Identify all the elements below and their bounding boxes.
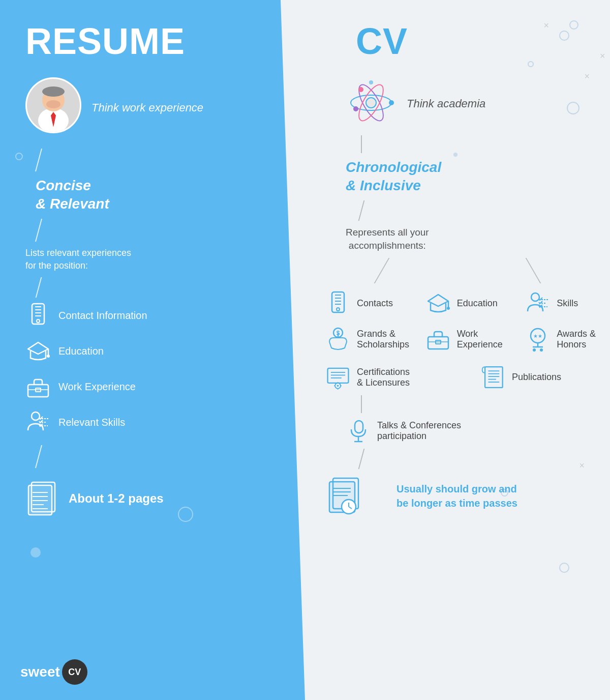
brand: sweet CV (20, 659, 87, 685)
svg-point-69 (337, 385, 339, 387)
cv-work-item: WorkExperience (425, 327, 521, 352)
cv-cert-icon (325, 365, 351, 390)
cv-money-icon: $ (325, 327, 351, 352)
svg-rect-64 (328, 368, 349, 383)
svg-point-37 (353, 106, 358, 111)
cv-think-row: Think academia (346, 77, 485, 130)
skills-icon-left (25, 410, 51, 435)
cv-award-icon: ★★ (525, 327, 551, 352)
cv-contacts-label: Contacts (357, 298, 393, 309)
svg-point-13 (37, 319, 40, 323)
represents-text: Represents all youraccomplishments: (346, 226, 429, 253)
cv-education-label: Education (457, 298, 498, 309)
brand-cv-badge: CV (62, 659, 87, 685)
about-pages-label: About 1-2 pages (69, 491, 164, 506)
cv-contacts-item: Contacts (325, 291, 420, 316)
about-pages: About 1-2 pages (25, 478, 164, 519)
svg-point-6 (42, 86, 65, 97)
cv-grants-item: $ Grands &Scholarships (325, 327, 420, 352)
svg-point-44 (337, 308, 340, 311)
pages-icon (25, 478, 61, 519)
contact-item: Contact Information (25, 303, 147, 328)
svg-point-48 (531, 293, 539, 301)
cv-publications-icon (480, 365, 506, 390)
cv-publications-item: Publications (480, 365, 610, 390)
cv-connector-1 (361, 135, 362, 153)
cv-grants-label: Grands &Scholarships (357, 329, 409, 350)
deco-x1: × (543, 20, 549, 31)
cv-awards-label: Awards &Honors (557, 329, 596, 350)
connector-2 (35, 219, 42, 242)
skills-item: Relevant Skills (25, 410, 125, 435)
education-item: Education (25, 338, 104, 364)
think-row: Think work experience (25, 77, 203, 138)
left-panel: RESUME Think wor (0, 0, 305, 700)
svg-point-20 (32, 412, 40, 420)
avatar (25, 77, 81, 133)
concise-relevant-label: Concise& Relevant (36, 177, 109, 214)
phone-icon (25, 303, 51, 328)
cv-graduation-icon (425, 291, 451, 316)
cv-grow-text: Usually should grow andbe longer as time… (396, 482, 517, 510)
cv-cert-item: Certifications& Licensures (325, 365, 465, 390)
right-panel: × × × × CV Think academia Chronologica (274, 0, 610, 700)
svg-rect-17 (28, 385, 48, 397)
cv-connector-2 (358, 200, 365, 221)
cv-grow-icon (325, 474, 366, 522)
atom-icon (346, 77, 396, 130)
resume-title: RESUME (25, 20, 185, 62)
branch-right (526, 258, 541, 283)
cv-talks-row: Talks & Conferencesparticipation (346, 418, 461, 444)
connector-4 (35, 445, 42, 468)
svg-text:★★: ★★ (533, 333, 542, 339)
brand-sweet: sweet (20, 664, 60, 680)
cv-briefcase-icon (425, 327, 451, 352)
contact-label: Contact Information (58, 310, 147, 322)
cv-items-row1: Contacts Education (325, 291, 610, 352)
cv-talks-label: Talks & Conferencesparticipation (377, 420, 461, 442)
cv-awards-item: ★★ Awards &Honors (525, 327, 610, 352)
cv-grow-row: Usually should grow andbe longer as time… (325, 474, 517, 522)
cv-think-text: Think academia (407, 97, 485, 111)
education-label-left: Education (58, 345, 104, 357)
branch-left (374, 258, 390, 283)
connector-1 (35, 149, 42, 171)
cv-cert-label: Certifications& Licensures (357, 367, 410, 388)
work-experience-item: Work Experience (25, 374, 136, 399)
cv-skills-item: Skills (525, 291, 610, 316)
cv-skills-label: Skills (557, 298, 578, 309)
work-experience-label-left: Work Experience (58, 381, 136, 393)
deco-x3: × (600, 51, 605, 62)
cv-connector-4 (358, 449, 365, 469)
cv-work-label: WorkExperience (457, 329, 503, 350)
cv-items-row3: Certifications& Licensures Publications (325, 365, 610, 390)
cv-microphone-icon (346, 418, 371, 444)
graduation-icon-left (25, 338, 51, 364)
connector-3 (36, 277, 42, 298)
svg-point-7 (46, 100, 60, 108)
svg-point-16 (47, 355, 50, 358)
svg-point-36 (358, 87, 363, 92)
svg-point-38 (369, 80, 373, 84)
cv-connector-3 (361, 395, 362, 413)
skills-label-left: Relevant Skills (58, 417, 125, 428)
svg-point-35 (389, 100, 394, 105)
cv-phone-icon (325, 291, 351, 316)
svg-point-63 (540, 348, 543, 352)
deco-x2: × (584, 71, 590, 82)
svg-rect-80 (355, 421, 363, 433)
chronological-label: Chronological& Inclusive (346, 158, 441, 195)
cv-education-item: Education (425, 291, 521, 316)
think-work-text: Think work experience (92, 101, 203, 115)
svg-point-31 (366, 98, 376, 108)
cv-title: CV (356, 20, 408, 62)
svg-point-62 (533, 348, 536, 352)
svg-rect-55 (428, 337, 448, 349)
deco-x4: × (579, 460, 585, 471)
branch-lines (320, 258, 574, 283)
cv-skills-icon (525, 291, 551, 316)
cv-publications-label: Publications (512, 372, 561, 383)
svg-point-47 (447, 307, 450, 310)
lists-text: Lists relevant experiencesfor the positi… (25, 247, 131, 272)
svg-rect-74 (485, 367, 503, 388)
